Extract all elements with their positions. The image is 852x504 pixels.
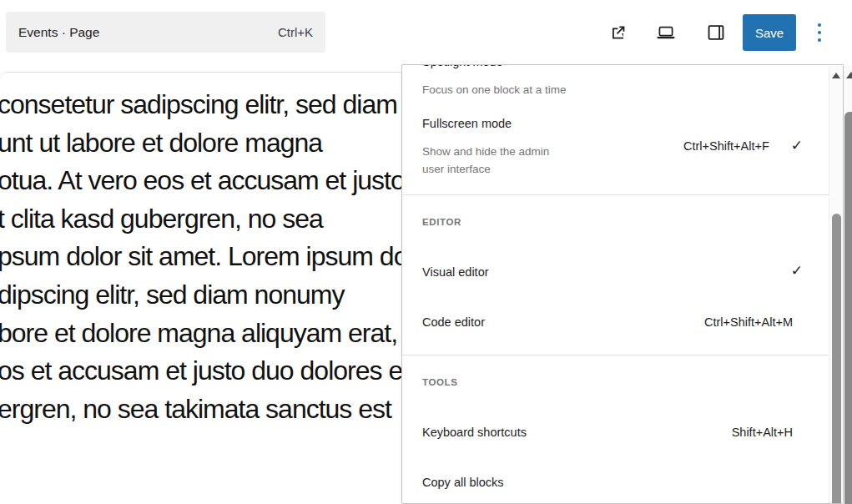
- menu-divider: [402, 194, 829, 195]
- drawer-right-icon: [705, 22, 727, 43]
- save-button[interactable]: Save: [743, 14, 796, 51]
- code-editor-shortcut: Ctrl+Shift+Alt+M: [704, 315, 793, 329]
- check-icon: ✓: [791, 264, 803, 278]
- laptop-icon: [655, 22, 677, 43]
- visual-editor-label: Visual editor: [422, 265, 489, 279]
- menu-item-visual-editor[interactable]: Visual editor ✓: [402, 257, 829, 294]
- menu-item-fullscreen-mode[interactable]: Fullscreen mode Show and hide the admin …: [402, 112, 829, 185]
- keyboard-shortcuts-label: Keyboard shortcuts: [422, 426, 527, 439]
- keyboard-shortcuts-shortcut: Shift+Alt+H: [732, 426, 793, 439]
- code-editor-label: Code editor: [422, 315, 485, 329]
- check-icon: ✓: [791, 139, 803, 153]
- triangle-up-icon[interactable]: [832, 73, 840, 78]
- menu-item-keyboard-shortcuts[interactable]: Keyboard shortcuts Shift+Alt+H: [402, 417, 829, 454]
- top-bar-actions: Save: [605, 0, 833, 65]
- command-shortcut-hint: Ctrl+K: [278, 25, 313, 39]
- section-header-tools: TOOLS: [422, 377, 457, 387]
- copy-all-blocks-label: Copy all blocks: [422, 476, 504, 489]
- menu-item-code-editor[interactable]: Code editor Ctrl+Shift+Alt+M: [402, 307, 829, 344]
- popover-scrollbar[interactable]: [829, 65, 843, 503]
- options-menu-popover: Spotlight mode Focus on one block at a t…: [401, 64, 844, 504]
- options-menu-button[interactable]: [806, 16, 833, 49]
- kebab-menu-icon: [818, 23, 821, 42]
- command-center-button[interactable]: Events · Page Ctrl+K: [6, 12, 325, 53]
- editor-top-bar: Events · Page Ctrl+K: [0, 0, 852, 65]
- preview-button[interactable]: [653, 19, 679, 46]
- page-scrollbar-thumb[interactable]: [844, 112, 852, 504]
- section-header-editor: EDITOR: [422, 217, 461, 227]
- fullscreen-mode-description: Show and hide the admin user interface: [422, 143, 549, 178]
- page-scrollbar[interactable]: [844, 65, 852, 504]
- settings-sidebar-toggle[interactable]: [703, 19, 729, 46]
- menu-item-spotlight-mode[interactable]: Spotlight mode Focus on one block at a t…: [402, 64, 829, 92]
- spotlight-mode-description: Focus on one block at a time: [422, 81, 567, 98]
- fullscreen-mode-label: Fullscreen mode: [422, 117, 512, 130]
- external-link-icon: [608, 23, 628, 43]
- document-title: Events · Page: [18, 25, 99, 40]
- menu-divider: [402, 355, 829, 355]
- triangle-up-icon[interactable]: [846, 72, 852, 78]
- fullscreen-shortcut: Ctrl+Shift+Alt+F: [683, 139, 769, 153]
- menu-item-copy-all-blocks[interactable]: Copy all blocks: [402, 467, 829, 504]
- spotlight-mode-label: Spotlight mode: [422, 64, 503, 68]
- popover-scrollbar-thumb[interactable]: [832, 214, 841, 504]
- view-site-button[interactable]: [605, 19, 632, 46]
